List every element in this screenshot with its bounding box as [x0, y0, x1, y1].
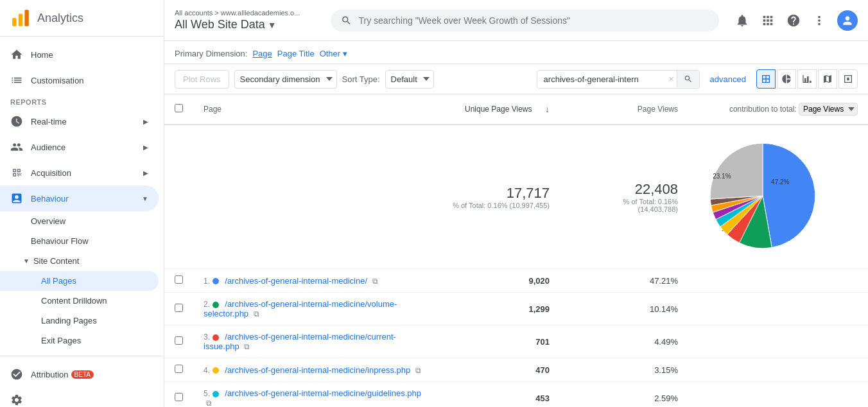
secondary-dimension-select[interactable]: Secondary dimension [234, 70, 337, 89]
sidebar-item-content-drilldown[interactable]: Content Drilldown [0, 291, 159, 311]
plot-rows-button[interactable]: Plot Rows [175, 70, 229, 89]
sidebar-item-settings[interactable] [0, 387, 164, 407]
acquisition-icon [10, 166, 23, 179]
apps-button[interactable] [760, 13, 776, 28]
property-selector[interactable]: All Web Site Data ▼ [175, 18, 305, 31]
filter-close-icon[interactable]: ✕ [666, 75, 677, 83]
user-avatar[interactable] [837, 10, 858, 31]
pie-view-icon [781, 74, 792, 84]
sidebar-item-home[interactable]: Home [0, 42, 159, 67]
search-bar[interactable] [331, 10, 719, 31]
sidebar-item-home-label: Home [31, 50, 53, 60]
totals-upv-pct: % of Total: 0.16% (10,997,455) [442, 202, 550, 209]
dim-other-link[interactable]: Other ▾ [320, 49, 347, 58]
row-checkbox[interactable] [175, 275, 183, 284]
row-checkbox-cell [164, 293, 193, 325]
table-toolbar: Plot Rows Secondary dimension Sort Type:… [164, 64, 868, 94]
copy-icon[interactable]: ⧉ [415, 366, 421, 375]
sidebar-item-behaviour[interactable]: Behaviour ▼ [0, 186, 159, 211]
sidebar-item-site-content[interactable]: ▼ Site Content [0, 251, 159, 271]
totals-pv-value: 22,408 [570, 181, 678, 198]
sidebar-item-attribution[interactable]: Attribution BETA [0, 361, 164, 387]
site-content-chevron-icon: ▼ [23, 257, 30, 264]
sidebar-item-site-content-label: Site Content [33, 256, 80, 266]
breadcrumb-text: All accounts > www.alliedacademies.o... [175, 9, 300, 17]
row-page-link[interactable]: /archives-of-general-internal-medicine/c… [204, 332, 396, 351]
primary-dimension-bar: Primary Dimension: Page Page Title Other… [164, 41, 868, 64]
dim-page-title-link[interactable]: Page Title [277, 49, 315, 58]
row-chart-cell [688, 293, 868, 325]
row-checkbox[interactable] [175, 365, 183, 373]
row-page-link[interactable]: /archives-of-general-internal-medicine/i… [225, 365, 410, 375]
table-search-input[interactable] [537, 71, 666, 88]
sidebar-item-all-pages[interactable]: All Pages [0, 271, 159, 291]
data-table: Page Unique Page Views ↓ Page Views [164, 94, 868, 407]
bar-view-button[interactable] [797, 69, 817, 89]
copy-icon[interactable]: ⧉ [372, 277, 378, 286]
totals-label-cell [193, 125, 431, 269]
table-row: 2. /archives-of-general-internal-medicin… [164, 293, 868, 325]
upv-column-header[interactable]: Unique Page Views ↓ [431, 94, 560, 125]
sidebar-item-landing-pages[interactable]: Landing Pages [0, 311, 159, 331]
totals-check-cell [164, 125, 193, 269]
row-color-dot [213, 391, 219, 397]
topbar-actions [734, 10, 858, 31]
copy-icon[interactable]: ⧉ [206, 399, 212, 407]
row-page-cell: 4. /archives-of-general-internal-medicin… [193, 358, 431, 382]
row-page-link[interactable]: /archives-of-general-internal-medicine/v… [204, 299, 397, 318]
table-view-button[interactable] [756, 69, 776, 89]
row-number: 1. [204, 277, 210, 286]
realtime-chevron-icon: ▶ [143, 118, 148, 125]
sidebar-item-overview[interactable]: Overview [0, 211, 159, 231]
advanced-link[interactable]: advanced [710, 74, 746, 84]
help-button[interactable] [786, 13, 801, 28]
pv-column-header: Page Views [560, 94, 688, 125]
sidebar-item-behaviour-flow[interactable]: Behaviour Flow [0, 231, 159, 251]
row-page-link[interactable]: /archives-of-general-internal-medicine/ [225, 276, 367, 286]
row-page-link[interactable]: /archives-of-general-internal-medicine/g… [225, 388, 421, 398]
upv-metric-select[interactable]: Unique Page Views [460, 101, 542, 117]
row-page-cell: 5. /archives-of-general-internal-medicin… [193, 382, 431, 408]
select-all-checkbox[interactable] [175, 104, 183, 112]
copy-icon[interactable]: ⧉ [254, 309, 259, 318]
pie-segment-8 [710, 143, 763, 199]
pie-segment-0 [763, 143, 815, 247]
sort-type-select[interactable]: Default [385, 70, 434, 89]
notifications-button[interactable] [734, 13, 750, 28]
contribution-metric-select[interactable]: Page Views [799, 103, 858, 116]
sidebar-item-realtime[interactable]: Real-time ▶ [0, 108, 159, 134]
row-number: 2. [204, 300, 210, 309]
row-upv-value: 701 [535, 337, 550, 347]
row-pv-pct: 4.49% [654, 337, 678, 347]
row-pv-pct-cell: 2.59% [560, 382, 688, 408]
search-input[interactable] [359, 15, 709, 26]
comparison-view-icon [843, 74, 853, 84]
more-button[interactable] [812, 13, 827, 28]
sidebar-item-customisation[interactable]: Customisation [0, 67, 159, 93]
row-upv-cell: 9,020 [431, 269, 560, 293]
table-search-button[interactable] [677, 71, 699, 87]
comparison-view-button[interactable] [838, 69, 858, 89]
property-dropdown-icon: ▼ [268, 20, 277, 30]
row-checkbox[interactable] [175, 336, 183, 345]
avatar-icon [841, 14, 854, 27]
property-name: All Web Site Data [175, 18, 265, 31]
geo-view-button[interactable] [818, 69, 837, 89]
customisation-icon [10, 74, 23, 87]
row-checkbox-cell [164, 358, 193, 382]
pie-view-button[interactable] [777, 69, 796, 89]
acquisition-chevron-icon: ▶ [143, 169, 148, 177]
row-pv-pct-cell: 10.14% [560, 293, 688, 325]
settings-icon [10, 394, 23, 406]
sidebar-item-exit-pages[interactable]: Exit Pages [0, 331, 159, 351]
copy-icon[interactable]: ⧉ [244, 342, 250, 351]
sidebar-item-audience[interactable]: Audience ▶ [0, 134, 159, 160]
row-checkbox[interactable] [175, 304, 183, 312]
totals-upv-value: 17,717 [442, 185, 550, 202]
sidebar-item-acquisition[interactable]: Acquisition ▶ [0, 160, 159, 186]
dim-page-link[interactable]: Page [252, 49, 272, 58]
row-checkbox[interactable] [175, 393, 183, 401]
table-view-icon [761, 74, 771, 84]
totals-pv-cell: 22,408 % of Total: 0.16% (14,403,788) [560, 125, 688, 269]
row-pv-pct-cell: 47.21% [560, 269, 688, 293]
